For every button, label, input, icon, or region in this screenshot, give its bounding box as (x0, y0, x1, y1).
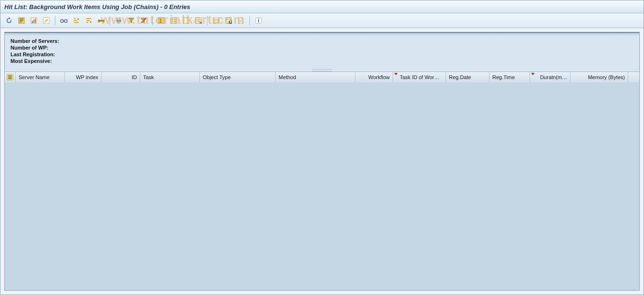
col-label: Method (279, 74, 296, 80)
col-label: Reg.Date (449, 74, 471, 80)
col-task-id-work[interactable]: Task ID of Wor… (393, 72, 446, 82)
toolbar-separator (207, 16, 208, 25)
col-object-type[interactable]: Object Type (200, 72, 276, 82)
col-memory[interactable]: Memory (Bytes) (571, 72, 628, 82)
grid-icon (170, 17, 177, 24)
col-label: Task ID of Wor… (400, 74, 439, 80)
print-button[interactable] (113, 15, 125, 26)
col-id[interactable]: ID (102, 72, 140, 82)
col-label: WP index (76, 74, 98, 80)
columns-icon (183, 17, 189, 24)
svg-rect-16 (86, 22, 88, 23)
svg-rect-24 (158, 18, 164, 23)
svg-line-23 (141, 18, 146, 23)
col-label: Server Name (19, 74, 50, 80)
col-reg-time[interactable]: Reg.Time (489, 72, 530, 82)
svg-rect-51 (258, 20, 259, 22)
svg-rect-11 (74, 22, 79, 23)
print-icon (115, 17, 122, 24)
svg-rect-19 (100, 20, 103, 21)
report-icon (18, 17, 25, 24)
svg-rect-20 (116, 20, 121, 22)
layout-choose-icon (213, 17, 219, 24)
info-icon (255, 17, 262, 24)
details-button[interactable] (58, 15, 70, 26)
svg-rect-18 (102, 20, 104, 22)
sort-desc-indicator-icon (531, 73, 535, 75)
freeze-columns-button[interactable] (180, 15, 192, 26)
summary-servers: Number of Servers: (10, 38, 634, 44)
svg-rect-43 (229, 21, 232, 24)
select-all-column[interactable] (5, 72, 16, 82)
sort-asc-icon (73, 17, 80, 24)
svg-rect-17 (98, 20, 100, 22)
svg-rect-15 (86, 20, 90, 21)
svg-rect-26 (171, 18, 177, 23)
summary-last-registration: Last Registration: (10, 51, 634, 58)
info-button[interactable] (253, 15, 264, 26)
col-wp-index[interactable]: WP index (65, 72, 102, 82)
save-layout-button[interactable] (223, 15, 234, 26)
document-icon (238, 17, 244, 24)
col-label: ID (132, 74, 137, 80)
summary-wp: Number of WP: (10, 44, 634, 51)
sort-desc-button[interactable] (83, 15, 94, 26)
grid-body-empty (5, 82, 639, 290)
filter-button[interactable] (125, 15, 137, 26)
alv-grid: Server Name WP index ID Task Object Type… (5, 71, 639, 290)
subtotal-button[interactable] (168, 15, 179, 26)
filter-off-icon (140, 17, 147, 24)
main-panel: Number of Servers: Number of WP: Last Re… (4, 32, 640, 291)
svg-point-10 (64, 20, 67, 22)
svg-rect-8 (43, 18, 49, 23)
svg-rect-53 (8, 75, 12, 76)
select-layout-button[interactable] (16, 15, 27, 26)
export-button[interactable] (193, 15, 204, 26)
col-task[interactable]: Task (140, 72, 200, 82)
pencil-icon (43, 17, 50, 24)
col-reg-date[interactable]: Reg.Date (446, 72, 489, 82)
col-workflow[interactable]: Workflow (355, 72, 393, 82)
svg-rect-6 (33, 20, 34, 23)
document-button[interactable] (235, 15, 247, 26)
svg-rect-37 (213, 18, 218, 23)
svg-rect-4 (31, 18, 37, 23)
refresh-icon (6, 17, 12, 24)
svg-rect-34 (196, 18, 201, 23)
graphic-button[interactable] (28, 15, 40, 26)
toolbar-separator (110, 16, 110, 25)
svg-rect-41 (226, 18, 231, 23)
col-duration[interactable]: Duratn(m… (530, 72, 571, 82)
svg-rect-13 (74, 18, 76, 19)
glasses-icon (60, 17, 68, 24)
col-label: Memory (Bytes) (588, 74, 625, 80)
total-button[interactable]: Σ (156, 15, 167, 26)
sort-asc-button[interactable] (71, 15, 82, 26)
refresh-button[interactable] (3, 15, 15, 26)
svg-rect-1 (20, 19, 23, 20)
content-area: Number of Servers: Number of WP: Last Re… (0, 28, 644, 295)
svg-point-50 (258, 19, 259, 20)
svg-text:Σ: Σ (159, 18, 162, 23)
svg-rect-7 (35, 19, 36, 23)
svg-rect-5 (32, 21, 33, 23)
svg-rect-55 (8, 78, 12, 79)
svg-rect-38 (214, 17, 219, 22)
sort-desc-icon (85, 17, 92, 24)
toolbar-separator (249, 16, 250, 25)
col-label: Duratn(m… (540, 74, 567, 80)
sigma-icon: Σ (158, 17, 165, 24)
col-server-name[interactable]: Server Name (16, 72, 65, 82)
col-method[interactable]: Method (276, 72, 355, 82)
svg-rect-2 (20, 20, 23, 21)
change-button[interactable] (41, 15, 52, 26)
svg-rect-32 (183, 18, 185, 23)
binoculars-icon (97, 17, 105, 24)
choose-layout-button[interactable] (210, 15, 222, 26)
filter-icon (128, 17, 135, 24)
col-label: Reg.Time (492, 74, 515, 80)
svg-rect-45 (239, 18, 243, 23)
filter-delete-button[interactable] (138, 15, 149, 26)
find-button[interactable] (95, 15, 107, 26)
svg-rect-3 (20, 21, 22, 22)
